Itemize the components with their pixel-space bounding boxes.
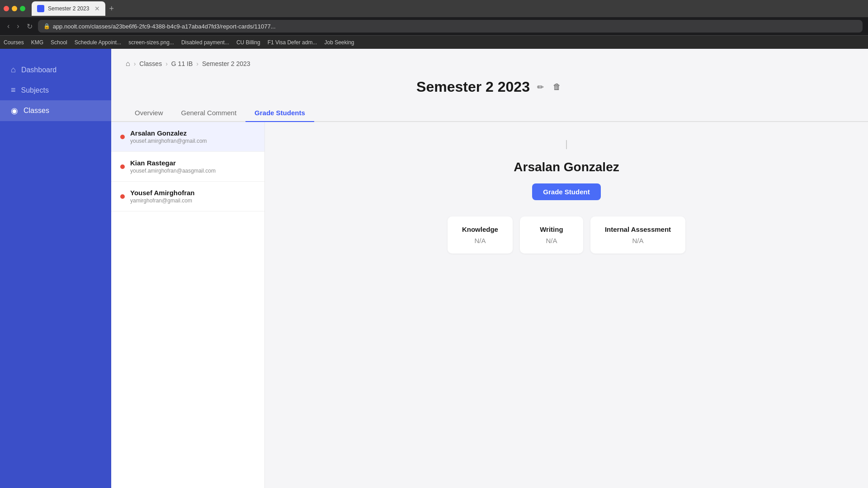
student-name-kian: Kian Rastegar [130,159,255,167]
grade-label-writing: Writing [534,225,569,233]
student-name-yousef: Yousef Amirghofran [130,189,255,197]
tab-bar: Semester 2 2023 ✕ + [0,0,868,17]
home-icon: ⌂ [11,65,16,75]
tab-close-button[interactable]: ✕ [94,5,100,12]
student-item-arsalan[interactable]: Arsalan Gonzalez yousef.amirghofran@gmai… [111,122,264,152]
reload-button[interactable]: ↻ [25,20,34,33]
bookmark-f1-visa[interactable]: F1 Visa Defer adm... [268,39,317,46]
bookmark-disabled-payment[interactable]: Disabled payment... [181,39,229,46]
sidebar-item-classes[interactable]: ◉ Classes [0,100,111,121]
lock-icon: 🔒 [43,23,50,29]
url-text: app.noolt.com/classes/a23be6f6-2fc9-4388… [53,23,276,30]
tab-grade-students[interactable]: Grade Students [245,104,314,122]
traffic-lights [4,6,25,11]
bookmark-school[interactable]: School [51,39,67,46]
bookmark-bar: Courses KMG School Schedule Appoint... s… [0,35,868,49]
delete-button[interactable]: 🗑 [551,80,563,94]
app-container: ⌂ Dashboard ≡ Subjects ◉ Classes ⌂ › Cla… [0,0,868,488]
grade-cards: Knowledge N/A Writing N/A Internal Asses… [448,216,685,253]
breadcrumb-sep-2: › [196,60,198,67]
student-email-yousef: yamirghofran@gmail.com [130,197,255,204]
student-detail: Arsalan Gonzalez Grade Student Knowledge… [265,122,868,488]
tab-nav: Overview General Comment Grade Students [111,104,868,122]
sidebar-label-dashboard: Dashboard [21,66,57,74]
breadcrumb-sep-1: › [165,60,168,67]
page-title-row: Semester 2 2023 ✏ 🗑 [111,75,868,104]
bookmark-screen-sizes[interactable]: screen-sizes.png... [128,39,174,46]
grade-card-knowledge: Knowledge N/A [448,216,513,253]
page-title: Semester 2 2023 [416,79,530,95]
student-email-kian: yousef.amirghofran@aasgmail.com [130,168,255,174]
minimize-button-traffic-light[interactable] [12,6,17,11]
classes-icon: ◉ [11,106,18,116]
address-bar: ‹ › ↻ 🔒 app.noolt.com/classes/a23be6f6-2… [0,17,868,35]
tab-title: Semester 2 2023 [48,5,89,12]
student-detail-name: Arsalan Gonzalez [514,160,619,174]
student-item-kian[interactable]: Kian Rastegar yousef.amirghofran@aasgmai… [111,152,264,182]
grade-label-knowledge: Knowledge [462,225,498,233]
tab-favicon [37,5,44,12]
breadcrumb-semester[interactable]: Semester 2 2023 [202,60,250,67]
divider-line [566,140,567,149]
breadcrumb: ⌂ › Classes › G 11 IB › Semester 2 2023 [111,49,868,75]
grade-student-button[interactable]: Grade Student [532,183,600,200]
tab-general-comment[interactable]: General Comment [172,104,246,122]
tab-overview[interactable]: Overview [126,104,172,122]
sidebar: ⌂ Dashboard ≡ Subjects ◉ Classes [0,49,111,488]
grade-value-internal-assessment: N/A [605,237,671,244]
maximize-button-traffic-light[interactable] [20,6,25,11]
content-area: Arsalan Gonzalez yousef.amirghofran@gmai… [111,122,868,488]
bookmark-kmg[interactable]: KMG [31,39,43,46]
sidebar-label-classes: Classes [24,107,49,115]
grade-value-writing: N/A [534,237,569,244]
sidebar-item-subjects[interactable]: ≡ Subjects [0,80,111,100]
student-status-dot-kian [120,164,125,169]
url-bar[interactable]: 🔒 app.noolt.com/classes/a23be6f6-2fc9-43… [38,20,863,33]
student-info-kian: Kian Rastegar yousef.amirghofran@aasgmai… [130,159,255,174]
grade-label-internal-assessment: Internal Assessment [605,225,671,233]
student-item-yousef[interactable]: Yousef Amirghofran yamirghofran@gmail.co… [111,182,264,211]
grade-card-internal-assessment: Internal Assessment N/A [590,216,685,253]
student-status-dot-yousef [120,194,125,199]
student-status-dot-arsalan [120,135,125,139]
student-name-arsalan: Arsalan Gonzalez [130,129,255,137]
grade-card-writing: Writing N/A [520,216,583,253]
bookmark-job-seeking[interactable]: Job Seeking [324,39,354,46]
grade-value-knowledge: N/A [462,237,498,244]
close-button-traffic-light[interactable] [4,6,9,11]
bookmark-cu-billing[interactable]: CU Billing [236,39,260,46]
browser-chrome: Semester 2 2023 ✕ + ‹ › ↻ 🔒 app.noolt.co… [0,0,868,49]
student-list: Arsalan Gonzalez yousef.amirghofran@gmai… [111,122,265,488]
breadcrumb-g11ib[interactable]: G 11 IB [171,60,193,67]
breadcrumb-home[interactable]: ⌂ [126,60,130,68]
bookmark-courses[interactable]: Courses [4,39,24,46]
student-email-arsalan: yousef.amirghofran@gmail.com [130,138,255,144]
breadcrumb-classes[interactable]: Classes [139,60,162,67]
list-icon: ≡ [11,85,16,95]
active-tab[interactable]: Semester 2 2023 ✕ [32,1,105,16]
new-tab-button[interactable]: + [109,4,114,14]
student-info-yousef: Yousef Amirghofran yamirghofran@gmail.co… [130,189,255,204]
breadcrumb-sep-0: › [134,60,136,67]
sidebar-label-subjects: Subjects [21,86,49,94]
bookmark-schedule[interactable]: Schedule Appoint... [75,39,121,46]
edit-button[interactable]: ✏ [535,80,546,94]
back-button[interactable]: ‹ [5,20,11,32]
student-info-arsalan: Arsalan Gonzalez yousef.amirghofran@gmai… [130,129,255,144]
sidebar-item-dashboard[interactable]: ⌂ Dashboard [0,60,111,80]
main-content: ⌂ › Classes › G 11 IB › Semester 2 2023 … [111,49,868,488]
forward-button[interactable]: › [15,20,21,32]
